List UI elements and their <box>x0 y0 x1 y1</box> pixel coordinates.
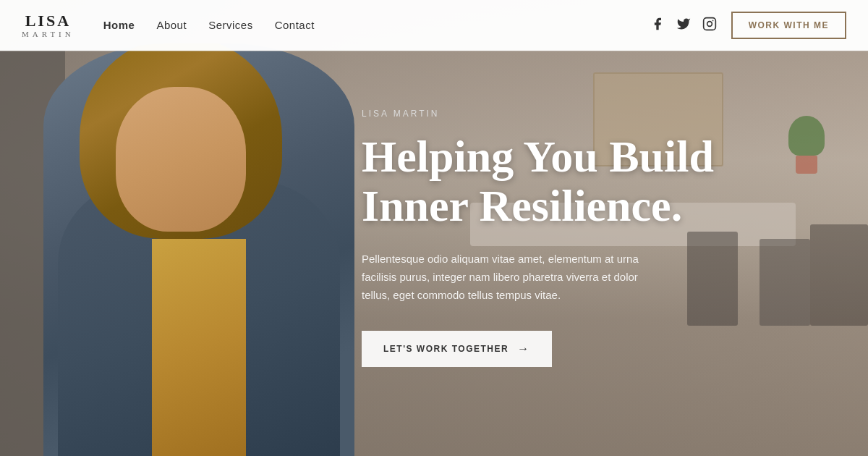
nav-link-home[interactable]: Home <box>103 19 135 31</box>
nav-item-services[interactable]: Services <box>208 19 253 32</box>
nav-right: WORK WITH ME <box>650 12 846 39</box>
person-photo <box>43 43 354 456</box>
arrow-icon: → <box>517 342 530 355</box>
nav-link-services[interactable]: Services <box>208 19 253 31</box>
twitter-icon[interactable] <box>676 17 691 35</box>
person-shirt <box>152 239 246 456</box>
facebook-icon[interactable] <box>650 17 665 35</box>
social-icons <box>650 17 717 35</box>
nav-links: Home About Services Contact <box>103 19 315 32</box>
svg-point-2 <box>712 20 713 21</box>
hero-heading-line1: Helping You Build <box>362 132 714 181</box>
cta-button[interactable]: LET'S WORK TOGETHER → <box>362 331 552 367</box>
nav-center: Home About Services Contact <box>75 19 315 32</box>
cta-label: LET'S WORK TOGETHER <box>383 344 509 354</box>
hero-heading-line2: Inner Resilience. <box>362 181 682 230</box>
hero-subtext: Pellentesque odio aliquam vitae amet, el… <box>362 250 644 304</box>
instagram-icon[interactable] <box>702 17 717 35</box>
logo-lastname: MARTIN <box>22 30 75 38</box>
svg-point-1 <box>707 21 712 26</box>
work-with-me-button[interactable]: WORK WITH ME <box>731 12 846 39</box>
site-logo[interactable]: LISA MARTIN <box>22 12 75 38</box>
nav-link-about[interactable]: About <box>156 19 187 31</box>
hero-heading: Helping You Build Inner Resilience. <box>362 132 825 230</box>
hero-name-label: LISA MARTIN <box>362 109 825 119</box>
svg-rect-0 <box>703 17 715 30</box>
nav-item-home[interactable]: Home <box>103 19 135 32</box>
person-face <box>116 87 246 232</box>
person-body <box>43 43 354 456</box>
hero-content: LISA MARTIN Helping You Build Inner Resi… <box>362 109 825 367</box>
hero-section: LISA MARTIN Home About Services Contact <box>0 0 868 456</box>
nav-divider <box>0 51 868 51</box>
nav-link-contact[interactable]: Contact <box>275 19 315 31</box>
logo-firstname: LISA <box>25 12 71 30</box>
nav-item-contact[interactable]: Contact <box>275 19 315 32</box>
navbar: LISA MARTIN Home About Services Contact <box>0 0 868 51</box>
nav-item-about[interactable]: About <box>156 19 187 32</box>
